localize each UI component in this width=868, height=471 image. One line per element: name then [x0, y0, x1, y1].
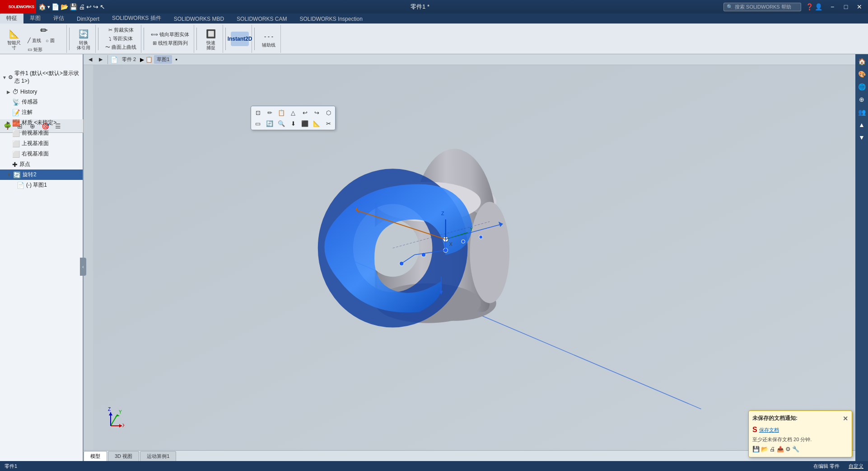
svg-point-16: [462, 240, 465, 243]
ft-sel-btn[interactable]: ▭: [252, 118, 263, 128]
print-icon[interactable]: 🖨: [79, 3, 85, 10]
top-plane-item[interactable]: ▶ ⬜ 上视基准面: [0, 138, 83, 149]
redo-icon[interactable]: ↪: [93, 3, 98, 10]
sketch-group: 📐 智能尺寸 ✏ ╱ 直线 ○ 圆: [2, 25, 67, 53]
undo-icon[interactable]: ↩: [86, 3, 92, 10]
status-customize[interactable]: 自定义: [849, 463, 863, 470]
sketch1-item[interactable]: ▶ 📄 (-) 草图1: [0, 180, 83, 190]
tab-sw-mbd[interactable]: SOLIDWORKS MBD: [168, 14, 230, 24]
annotations-item[interactable]: ▶ 📝 注解: [0, 107, 83, 118]
ft-pan-btn[interactable]: ⬇: [288, 118, 299, 128]
circle-button[interactable]: ○ 圆: [44, 37, 56, 45]
ft-3d-btn[interactable]: ⬡: [323, 108, 334, 118]
draw-icon: ✏: [37, 24, 51, 37]
rt-scroll-dn-btn[interactable]: ▼: [856, 132, 867, 143]
ft-trim-btn[interactable]: ✂: [323, 118, 334, 128]
svg-text:Z: Z: [441, 211, 444, 216]
notif-icon3[interactable]: 🖨: [770, 445, 775, 453]
tab-3dview[interactable]: 3D 视图: [108, 451, 139, 461]
path-back-btn[interactable]: ◀: [86, 56, 95, 63]
revolve2-item[interactable]: ▼ 🔄 旋转2: [0, 170, 83, 180]
history-item[interactable]: ▶ ⏱ History: [0, 87, 83, 97]
construction-button[interactable]: - - - 辅助线: [260, 29, 278, 48]
line-button[interactable]: ╱ 直线: [26, 37, 43, 45]
curve-button[interactable]: 〜 曲面上曲线: [103, 43, 138, 52]
offset-button[interactable]: ⤵ 等距实体: [107, 34, 135, 43]
ft-feature-btn[interactable]: 📋: [276, 108, 287, 118]
tab-sw-inspection[interactable]: SOLIDWORKS Inspection: [293, 14, 369, 24]
notif-icon2[interactable]: 📂: [761, 445, 768, 453]
svg-point-17: [479, 236, 483, 239]
search-box[interactable]: 🔍: [723, 3, 801, 11]
rt-home-btn[interactable]: 🏠: [856, 56, 867, 67]
draw-group-button[interactable]: ✏ ╱ 直线 ○ 圆 ▭ 矩形: [24, 24, 64, 54]
tab-sketch[interactable]: 草图: [23, 13, 47, 24]
right-plane-item[interactable]: ▶ ⬜ 右视基准面: [0, 149, 83, 159]
save-icon[interactable]: 💾: [70, 3, 77, 10]
open-icon[interactable]: 📂: [61, 3, 68, 10]
part-header[interactable]: ▼ ⚙ 零件1 (默认<<默认>显示状态 1>): [0, 68, 83, 87]
path-forward-btn[interactable]: ▶: [96, 56, 105, 63]
ft-view-btn[interactable]: ⊡: [252, 108, 263, 118]
tab-dimxpert[interactable]: DimXpert: [70, 14, 106, 24]
tab-evaluate[interactable]: 评估: [47, 13, 70, 24]
tab-sw-cam[interactable]: SOLIDWORKS CAM: [230, 14, 293, 24]
notif-icon1[interactable]: 💾: [752, 445, 760, 453]
material-item[interactable]: ▶ 🧱 材质 <未指定>: [0, 118, 83, 128]
notif-icon4[interactable]: 📤: [777, 445, 784, 453]
notif-close-btn[interactable]: ✕: [843, 415, 848, 422]
ft-reference-btn[interactable]: △: [288, 108, 299, 118]
help-icon[interactable]: ❓: [806, 3, 813, 10]
rect-button[interactable]: ▭ 矩形: [26, 46, 44, 54]
ft-dim-btn[interactable]: 📐: [311, 118, 322, 128]
new-icon[interactable]: 📄: [51, 3, 59, 10]
arrow-icon[interactable]: ▾: [47, 4, 50, 10]
ft-rotate-btn[interactable]: 🔄: [264, 118, 275, 128]
tab-motion[interactable]: 运动算例1: [140, 451, 176, 461]
notif-icon6[interactable]: 🔧: [792, 445, 799, 453]
ft-sketch-btn[interactable]: ✏: [264, 108, 275, 118]
ft-zoom-btn[interactable]: 🔍: [276, 118, 287, 128]
tab-features[interactable]: 特征: [0, 13, 23, 24]
restore-button[interactable]: □: [840, 2, 852, 12]
cursor-icon[interactable]: ↖: [100, 3, 105, 10]
rt-connect-btn[interactable]: ⊕: [856, 94, 867, 105]
material-icon: 🧱: [12, 119, 20, 127]
rt-paint-btn[interactable]: 🎨: [856, 69, 867, 80]
smart-dim-button[interactable]: 📐 智能尺寸: [5, 27, 23, 51]
rt-scroll-up-btn[interactable]: ▲: [856, 119, 867, 130]
instant2d-button[interactable]: Instant2D: [231, 32, 249, 46]
rt-community-btn[interactable]: 👥: [856, 107, 867, 118]
ft-display-btn[interactable]: ⬛: [299, 118, 310, 128]
path-sketch[interactable]: 草图1: [154, 55, 172, 64]
sensors-item[interactable]: ▶ 📡 传感器: [0, 97, 83, 107]
sketch1-label: (-) 草图1: [26, 181, 47, 189]
material-label: 材质 <未指定>: [22, 119, 56, 127]
tab-model[interactable]: 模型: [84, 451, 107, 461]
quick-snap-button[interactable]: 🔲 快速捕捉: [202, 27, 220, 51]
tab-sw-tools[interactable]: SOLIDWORKS 插件: [106, 13, 168, 24]
front-plane-item[interactable]: ▶ ⬜ 前视基准面: [0, 128, 83, 138]
revolve2-label: 旋转2: [23, 171, 37, 179]
origin-item[interactable]: ▶ ✚ 原点: [0, 159, 83, 170]
close-button[interactable]: ✕: [853, 2, 866, 12]
notif-icon5[interactable]: ⚙: [785, 445, 791, 453]
linear-pattern-button[interactable]: ⊞ 线性草图阵列: [151, 39, 190, 47]
viewport[interactable]: Y Z X ⊡ ✏ 📋 △ ↩ ↪ ⬡ ▭ 🔄 🔍: [84, 65, 868, 461]
notif-save-link[interactable]: 保存文档: [759, 427, 779, 433]
home-icon[interactable]: 🏠: [38, 3, 46, 10]
collapse-handle[interactable]: ‹: [80, 258, 86, 276]
search-input[interactable]: [735, 4, 798, 9]
right-plane-icon: ⬜: [12, 151, 20, 158]
minimize-button[interactable]: −: [826, 2, 839, 12]
ft-undo-btn[interactable]: ↩: [299, 108, 310, 118]
ft-redo-btn[interactable]: ↪: [311, 108, 322, 118]
trim-button[interactable]: ✂ 剪裁实体: [107, 26, 135, 34]
convert-button[interactable]: 🔄 转换体引用: [75, 27, 93, 51]
rt-solidworks-btn[interactable]: 🌐: [856, 81, 867, 92]
path-part[interactable]: 零件 2: [119, 55, 139, 64]
user-icon[interactable]: 👤: [815, 3, 822, 10]
window-controls: − □ ✕: [826, 2, 868, 12]
mirror-button[interactable]: ⟺ 镜向草图实体: [149, 30, 191, 39]
material-arrow: ▶: [7, 120, 10, 125]
